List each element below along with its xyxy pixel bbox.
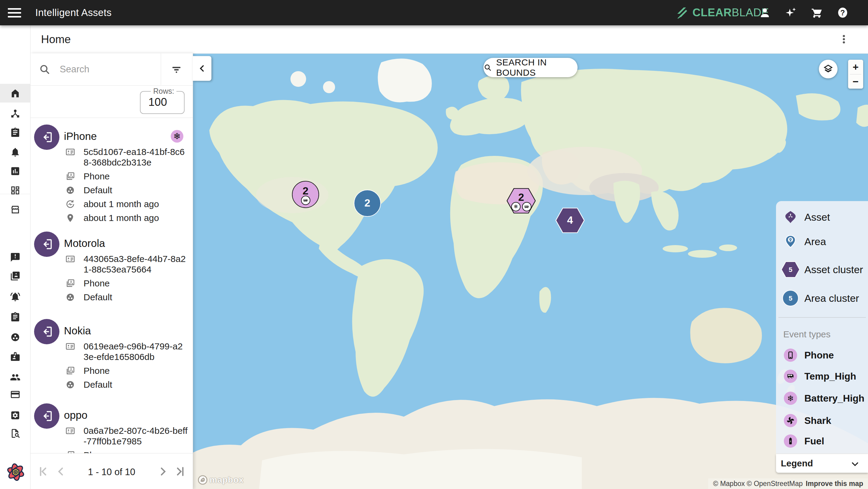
map-attribution: © Mapbox © OpenStreetMap Improve this ma… xyxy=(708,479,868,489)
cluster-count: 2 xyxy=(507,191,536,203)
filter-icon[interactable] xyxy=(168,61,185,77)
search-input[interactable] xyxy=(59,59,157,79)
asset-cluster-marker[interactable]: 2❄ xyxy=(507,188,536,214)
sidebar-item-marketplace[interactable] xyxy=(0,200,30,219)
sidebar-item-hierarchy[interactable] xyxy=(0,104,30,123)
last-page-icon[interactable] xyxy=(174,465,187,478)
sidebar-item-settings[interactable] xyxy=(0,406,30,424)
legend-event-battery_high: ❄Battery_High xyxy=(776,391,868,406)
asset-avatar[interactable] xyxy=(34,232,59,257)
phone-icon xyxy=(786,351,795,359)
search-in-bounds-button[interactable]: SEARCH IN BOUNDS xyxy=(484,58,578,77)
event-types-heading: Event types xyxy=(783,329,831,339)
account-icon[interactable] xyxy=(759,7,771,19)
legend-event-label: Temp_High xyxy=(804,371,856,382)
id-card-icon xyxy=(65,254,75,264)
asset-event-badge[interactable]: ❄ xyxy=(171,130,183,142)
sidebar-item-image-types[interactable] xyxy=(0,266,30,285)
snowflake-icon: ❄ xyxy=(514,204,518,209)
legend-footer[interactable]: Legend xyxy=(776,454,868,473)
sidebar-item-users[interactable] xyxy=(0,368,30,387)
zoom-in-button[interactable]: + xyxy=(848,60,863,74)
audit-icon xyxy=(10,428,21,439)
asset-cluster-marker[interactable]: 2 xyxy=(292,181,319,208)
attribution-copyright[interactable]: © Mapbox © OpenStreetMap xyxy=(713,480,803,488)
improve-map-link[interactable]: Improve this map xyxy=(806,480,863,488)
fan-icon xyxy=(786,416,795,425)
rows-select[interactable]: Rows: 100 xyxy=(140,91,185,114)
sidebar-item-feedback[interactable] xyxy=(0,248,30,266)
battery-icon xyxy=(786,437,795,445)
next-page-icon[interactable] xyxy=(156,465,169,478)
asset-detail-row: Default xyxy=(65,185,189,195)
brand-clear: CLEAR xyxy=(692,6,732,19)
asset-detail-row: Default xyxy=(65,292,189,302)
sidebar-item-groups[interactable] xyxy=(0,328,30,347)
billing-icon xyxy=(10,389,21,400)
asset-avatar[interactable] xyxy=(34,319,59,344)
asset-avatar[interactable] xyxy=(34,403,59,429)
asset-cluster-marker[interactable]: 4 xyxy=(556,208,585,233)
sidebar-item-audit[interactable] xyxy=(0,424,30,443)
update-icon xyxy=(65,199,75,209)
snow-event-icon: ❄ xyxy=(784,392,797,405)
first-page-icon[interactable] xyxy=(36,465,50,478)
asset-avatar[interactable] xyxy=(34,125,59,150)
atom-flower-icon[interactable] xyxy=(5,462,26,482)
asset-name: iPhone xyxy=(64,130,97,142)
sidebar-item-notifications[interactable] xyxy=(0,287,30,306)
sidebar-item-billing[interactable] xyxy=(0,385,30,404)
asset-detail-row: Phone xyxy=(65,450,189,453)
settings-icon xyxy=(10,410,21,421)
legend-item-asset-cluster: 5Asset cluster xyxy=(776,261,868,278)
area-cluster-marker[interactable]: 2 xyxy=(353,189,381,217)
sidebar-item-analytics[interactable] xyxy=(0,162,30,180)
dashboards-icon xyxy=(10,185,21,196)
asset-details: 5c5d1067-ea18-41bf-8c68-368bdc2b313ePhon… xyxy=(65,146,189,223)
search-divider xyxy=(161,53,161,85)
sidebar-item-badges[interactable] xyxy=(0,347,30,366)
map-layers-button[interactable] xyxy=(819,60,838,78)
marketplace-icon xyxy=(10,204,21,215)
image-type-icon xyxy=(65,450,75,453)
sidebar-item-dashboards[interactable] xyxy=(0,181,30,200)
bus-icon xyxy=(303,198,308,203)
home-icon xyxy=(10,88,21,99)
fan-event-icon xyxy=(784,414,797,427)
legend-divider xyxy=(778,317,866,318)
sparkle-icon[interactable] xyxy=(785,7,797,19)
exit-to-app-icon xyxy=(40,325,53,338)
feedback-icon xyxy=(10,252,21,263)
asset-details: 0a6a7be2-807c-4b26-beff-77ff0b1e7985Phon… xyxy=(65,425,189,453)
cart-icon[interactable] xyxy=(811,7,823,19)
prev-page-icon[interactable] xyxy=(54,465,67,478)
badges-icon xyxy=(10,351,21,362)
sidebar-item-rules[interactable] xyxy=(0,123,30,142)
search-in-bounds-label: SEARCH IN BOUNDS xyxy=(496,57,578,78)
page-menu-icon[interactable] xyxy=(838,34,849,44)
mapbox-wordmark: mapbox xyxy=(210,475,244,485)
menu-icon[interactable] xyxy=(8,6,21,19)
area-cluster-icon: 5 xyxy=(782,290,799,306)
sidebar-item-assignments[interactable] xyxy=(0,307,30,326)
collapse-panel-button[interactable] xyxy=(193,56,211,81)
group-icon xyxy=(65,186,75,195)
users-icon xyxy=(10,372,21,383)
legend-footer-label: Legend xyxy=(781,458,813,468)
exit-to-app-icon xyxy=(40,237,53,251)
asset-detail-text: 5c5d1067-ea18-41bf-8c68-368bdc2b313e xyxy=(84,146,188,168)
alerts-icon xyxy=(10,147,21,157)
svg-text:5: 5 xyxy=(789,295,792,302)
sidebar-item-alerts[interactable] xyxy=(0,142,30,161)
mapbox-logo[interactable]: mapbox xyxy=(197,475,244,485)
bus-icon xyxy=(524,204,529,209)
map[interactable]: SEARCH IN BOUNDS + − 222❄4 mapbox © Mapb… xyxy=(193,53,868,489)
help-icon[interactable]: ? xyxy=(837,7,849,19)
cluster-event-badges xyxy=(292,196,319,205)
asset-detail-text: Default xyxy=(84,379,188,390)
pagination-label: 1 - 10 of 10 xyxy=(82,467,142,478)
cluster-count: 4 xyxy=(556,214,585,226)
sidebar-item-home[interactable] xyxy=(0,84,30,102)
zoom-out-button[interactable]: − xyxy=(848,74,863,89)
asset-name: Nokia xyxy=(64,325,91,337)
